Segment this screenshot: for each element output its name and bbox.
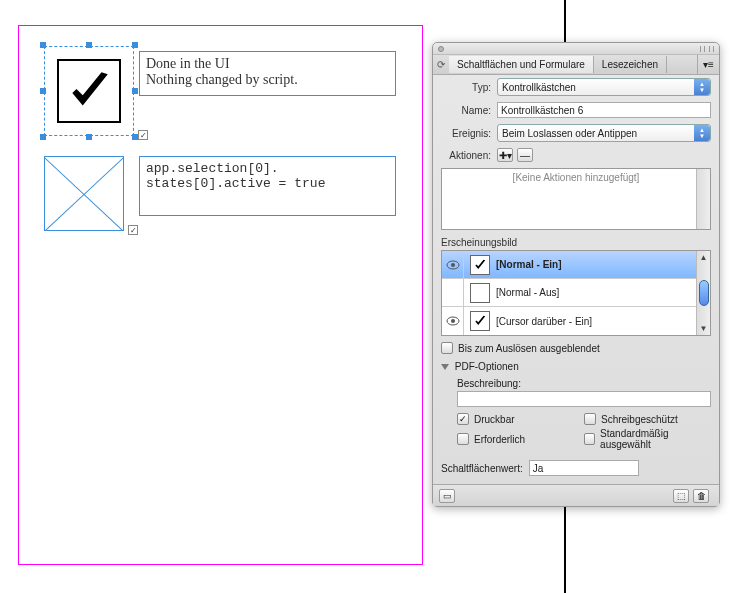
form-indicator-icon: ✓	[128, 225, 138, 235]
scrollbar[interactable]	[696, 169, 710, 229]
state-label: [Normal - Ein]	[496, 259, 562, 270]
required-checkbox[interactable]: Erforderlich	[457, 428, 584, 450]
panel-titlebar[interactable]	[433, 43, 719, 55]
form-indicator-icon: ✓	[138, 130, 148, 140]
tab-buttons-forms[interactable]: Schaltflächen und Formulare	[449, 56, 594, 73]
checkbox-label: Bis zum Auslösen ausgeblendet	[458, 343, 600, 354]
checkbox-label: Druckbar	[474, 414, 515, 425]
type-value: Kontrollkästchen	[502, 82, 576, 93]
resize-handle[interactable]	[86, 42, 92, 48]
resize-handle[interactable]	[40, 134, 46, 140]
state-thumbnail	[470, 255, 490, 275]
svg-point-1	[451, 263, 455, 267]
svg-point-3	[451, 319, 455, 323]
event-label: Ereignis:	[441, 128, 491, 139]
type-select[interactable]: Kontrollkästchen ▲▼	[497, 78, 711, 96]
add-action-button[interactable]: ✚▾	[497, 148, 513, 162]
pdf-options-label: PDF-Optionen	[455, 361, 519, 372]
name-label: Name:	[441, 105, 491, 116]
state-label: [Normal - Aus]	[496, 287, 559, 298]
button-value-input[interactable]: Ja	[529, 460, 639, 476]
resize-handle[interactable]	[40, 42, 46, 48]
convert-button[interactable]: ⬚	[673, 489, 689, 503]
panel-grip[interactable]	[700, 46, 714, 52]
visibility-toggle[interactable]	[442, 307, 464, 335]
actions-label: Aktionen:	[441, 150, 491, 161]
annotation-text: Done in the UI	[146, 56, 389, 72]
checkbox-graphic	[57, 59, 121, 123]
tab-bookmarks[interactable]: Lesezeichen	[594, 56, 667, 73]
button-value-label: Schaltflächenwert:	[441, 463, 523, 474]
checkbox-icon	[584, 413, 596, 425]
state-label: [Cursor darüber - Ein]	[496, 316, 592, 327]
description-input[interactable]	[457, 391, 711, 407]
checkbox-icon	[441, 342, 453, 354]
disclosure-triangle-icon[interactable]	[441, 364, 449, 370]
scroll-thumb[interactable]	[699, 280, 709, 306]
resize-handle[interactable]	[40, 88, 46, 94]
appearance-label: Erscheinungsbild	[433, 233, 719, 250]
code-text: app.selection[0].	[146, 161, 389, 176]
state-thumbnail	[470, 283, 490, 303]
close-dot[interactable]	[438, 46, 444, 52]
checkbox-icon	[584, 433, 595, 445]
visibility-toggle[interactable]	[442, 279, 464, 306]
event-select[interactable]: Beim Loslassen oder Antippen ▲▼	[497, 124, 711, 142]
annotation-2: app.selection[0]. states[0].active = tru…	[139, 156, 396, 216]
cycle-icon[interactable]: ⟳	[433, 59, 449, 70]
readonly-checkbox[interactable]: Schreibgeschützt	[584, 413, 711, 425]
preview-button[interactable]: ▭	[439, 489, 455, 503]
description-label: Beschreibung:	[433, 374, 719, 389]
printable-checkbox[interactable]: ✓Druckbar	[457, 413, 584, 425]
checkbox-label: Erforderlich	[474, 434, 525, 445]
state-row-normal-off[interactable]: [Normal - Aus]	[442, 279, 710, 307]
button-value: Ja	[533, 463, 544, 474]
code-text: states[0].active = true	[146, 176, 389, 191]
remove-action-button[interactable]: —	[517, 148, 533, 162]
delete-button[interactable]: 🗑	[693, 489, 709, 503]
resize-handle[interactable]	[132, 42, 138, 48]
no-actions-text: [Keine Aktionen hinzugefügt]	[513, 172, 640, 183]
checkbox-icon	[457, 433, 469, 445]
state-row-normal-on[interactable]: [Normal - Ein]	[442, 251, 710, 279]
panel-footer: ▭ ⬚ 🗑	[433, 484, 719, 506]
state-thumbnail	[470, 311, 490, 331]
name-value: Kontrollkästchen 6	[501, 105, 583, 116]
buttons-forms-panel: ⟳ Schaltflächen und Formulare Lesezeiche…	[432, 42, 720, 507]
states-scrollbar[interactable]: ▲ ▼	[696, 251, 710, 335]
select-arrows-icon: ▲▼	[694, 79, 710, 95]
actions-list[interactable]: [Keine Aktionen hinzugefügt]	[441, 168, 711, 230]
checkbox-icon: ✓	[457, 413, 469, 425]
panel-menu-icon[interactable]: ▾≡	[697, 55, 719, 74]
default-selected-checkbox[interactable]: Standardmäßig ausgewählt	[584, 428, 711, 450]
resize-handle[interactable]	[132, 88, 138, 94]
states-list: [Normal - Ein] [Normal - Aus] [Cursor da…	[441, 250, 711, 336]
select-arrows-icon: ▲▼	[694, 125, 710, 141]
hidden-until-checkbox[interactable]: Bis zum Auslösen ausgeblendet	[441, 342, 711, 354]
document-canvas: ✓ Done in the UI Nothing changed by scri…	[18, 25, 423, 565]
resize-handle[interactable]	[86, 134, 92, 140]
checkbox-object-1[interactable]: ✓	[44, 46, 134, 136]
checkbox-label: Schreibgeschützt	[601, 414, 678, 425]
name-input[interactable]: Kontrollkästchen 6	[497, 102, 711, 118]
visibility-toggle[interactable]	[442, 251, 464, 278]
checkbox-label: Standardmäßig ausgewählt	[600, 428, 711, 450]
annotation-1: Done in the UI Nothing changed by script…	[139, 51, 396, 96]
panel-tabs: ⟳ Schaltflächen und Formulare Lesezeiche…	[433, 55, 719, 75]
event-value: Beim Loslassen oder Antippen	[502, 128, 637, 139]
scroll-down-icon[interactable]: ▼	[700, 324, 708, 333]
type-label: Typ:	[441, 82, 491, 93]
checkbox-object-2[interactable]: ✓	[44, 156, 124, 231]
state-row-hover-on[interactable]: [Cursor darüber - Ein]	[442, 307, 710, 335]
empty-graphic-frame	[44, 156, 124, 231]
annotation-text: Nothing changed by script.	[146, 72, 389, 88]
scroll-up-icon[interactable]: ▲	[700, 253, 708, 262]
